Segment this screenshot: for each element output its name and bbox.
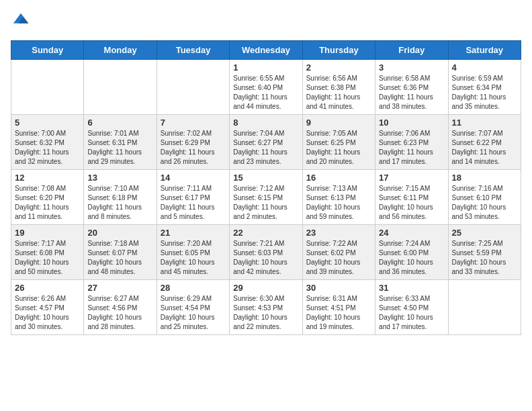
calendar-cell: 13Sunrise: 7:10 AM Sunset: 6:18 PM Dayli… — [84, 170, 157, 225]
calendar-cell — [84, 60, 157, 115]
day-info: Sunrise: 6:59 AM Sunset: 6:34 PM Dayligh… — [452, 74, 517, 111]
day-number: 12 — [15, 173, 80, 183]
calendar-cell: 23Sunrise: 7:22 AM Sunset: 6:02 PM Dayli… — [302, 225, 375, 280]
calendar-cell: 6Sunrise: 7:01 AM Sunset: 6:31 PM Daylig… — [84, 115, 157, 170]
day-info: Sunrise: 7:01 AM Sunset: 6:31 PM Dayligh… — [87, 129, 152, 167]
calendar-week-row: 5Sunrise: 7:00 AM Sunset: 6:32 PM Daylig… — [11, 115, 521, 170]
day-number: 31 — [379, 283, 444, 293]
day-info: Sunrise: 7:17 AM Sunset: 6:08 PM Dayligh… — [15, 239, 80, 277]
day-info: Sunrise: 6:27 AM Sunset: 4:56 PM Dayligh… — [87, 294, 152, 332]
page-header — [11, 11, 521, 32]
day-number: 7 — [161, 118, 226, 128]
day-info: Sunrise: 6:55 AM Sunset: 6:40 PM Dayligh… — [233, 74, 298, 111]
calendar-cell: 29Sunrise: 6:30 AM Sunset: 4:53 PM Dayli… — [230, 280, 302, 335]
day-info: Sunrise: 6:33 AM Sunset: 4:50 PM Dayligh… — [379, 294, 444, 332]
calendar-cell: 24Sunrise: 7:24 AM Sunset: 6:00 PM Dayli… — [375, 225, 448, 280]
calendar-cell: 15Sunrise: 7:12 AM Sunset: 6:15 PM Dayli… — [230, 170, 302, 225]
day-number: 3 — [379, 62, 444, 73]
calendar-week-row: 12Sunrise: 7:08 AM Sunset: 6:20 PM Dayli… — [11, 170, 521, 225]
day-number: 30 — [306, 283, 371, 293]
day-number: 29 — [233, 283, 298, 293]
calendar-cell: 12Sunrise: 7:08 AM Sunset: 6:20 PM Dayli… — [11, 170, 84, 225]
day-number: 9 — [306, 118, 371, 128]
day-number: 28 — [161, 283, 226, 293]
calendar-cell: 2Sunrise: 6:56 AM Sunset: 6:38 PM Daylig… — [302, 60, 375, 115]
calendar-cell: 5Sunrise: 7:00 AM Sunset: 6:32 PM Daylig… — [11, 115, 84, 170]
calendar-table: SundayMondayTuesdayWednesdayThursdayFrid… — [11, 40, 521, 335]
day-number: 22 — [233, 228, 298, 238]
day-info: Sunrise: 7:11 AM Sunset: 6:17 PM Dayligh… — [161, 184, 226, 222]
day-info: Sunrise: 6:30 AM Sunset: 4:53 PM Dayligh… — [233, 294, 298, 332]
logo — [11, 11, 31, 32]
day-info: Sunrise: 7:05 AM Sunset: 6:25 PM Dayligh… — [306, 129, 371, 167]
day-info: Sunrise: 7:12 AM Sunset: 6:15 PM Dayligh… — [233, 184, 298, 222]
calendar-cell — [157, 60, 229, 115]
day-number: 23 — [306, 228, 371, 238]
day-number: 21 — [161, 228, 226, 238]
calendar-cell: 26Sunrise: 6:26 AM Sunset: 4:57 PM Dayli… — [11, 280, 84, 335]
day-info: Sunrise: 7:15 AM Sunset: 6:11 PM Dayligh… — [379, 184, 444, 222]
day-number: 18 — [452, 173, 517, 183]
day-info: Sunrise: 7:07 AM Sunset: 6:22 PM Dayligh… — [452, 129, 517, 167]
weekday-header-sunday: Sunday — [11, 41, 84, 60]
day-info: Sunrise: 7:10 AM Sunset: 6:18 PM Dayligh… — [87, 184, 152, 222]
day-info: Sunrise: 6:29 AM Sunset: 4:54 PM Dayligh… — [161, 294, 226, 332]
calendar-cell: 22Sunrise: 7:21 AM Sunset: 6:03 PM Dayli… — [230, 225, 302, 280]
logo-icon — [12, 11, 31, 30]
day-info: Sunrise: 7:02 AM Sunset: 6:29 PM Dayligh… — [161, 129, 226, 167]
day-info: Sunrise: 7:06 AM Sunset: 6:23 PM Dayligh… — [379, 129, 444, 167]
day-info: Sunrise: 6:31 AM Sunset: 4:51 PM Dayligh… — [306, 294, 371, 332]
day-info: Sunrise: 7:18 AM Sunset: 6:07 PM Dayligh… — [87, 239, 152, 277]
calendar-week-row: 19Sunrise: 7:17 AM Sunset: 6:08 PM Dayli… — [11, 225, 521, 280]
day-number: 20 — [87, 228, 152, 238]
day-number: 19 — [15, 228, 80, 238]
day-info: Sunrise: 6:26 AM Sunset: 4:57 PM Dayligh… — [15, 294, 80, 332]
calendar-cell: 16Sunrise: 7:13 AM Sunset: 6:13 PM Dayli… — [302, 170, 375, 225]
day-info: Sunrise: 6:58 AM Sunset: 6:36 PM Dayligh… — [379, 74, 444, 111]
day-number: 17 — [379, 173, 444, 183]
day-number: 16 — [306, 173, 371, 183]
calendar-cell: 28Sunrise: 6:29 AM Sunset: 4:54 PM Dayli… — [157, 280, 229, 335]
day-info: Sunrise: 7:25 AM Sunset: 5:59 PM Dayligh… — [452, 239, 517, 277]
calendar-cell: 14Sunrise: 7:11 AM Sunset: 6:17 PM Dayli… — [157, 170, 229, 225]
day-number: 24 — [379, 228, 444, 238]
day-info: Sunrise: 7:16 AM Sunset: 6:10 PM Dayligh… — [452, 184, 517, 222]
day-info: Sunrise: 7:20 AM Sunset: 6:05 PM Dayligh… — [161, 239, 226, 277]
day-number: 13 — [87, 173, 152, 183]
calendar-cell — [448, 280, 521, 335]
day-number: 25 — [452, 228, 517, 238]
weekday-header-row: SundayMondayTuesdayWednesdayThursdayFrid… — [11, 41, 521, 60]
day-info: Sunrise: 6:56 AM Sunset: 6:38 PM Dayligh… — [306, 74, 371, 111]
day-number: 1 — [233, 62, 298, 73]
calendar-cell: 9Sunrise: 7:05 AM Sunset: 6:25 PM Daylig… — [302, 115, 375, 170]
calendar-cell: 10Sunrise: 7:06 AM Sunset: 6:23 PM Dayli… — [375, 115, 448, 170]
day-number: 11 — [452, 118, 517, 128]
day-info: Sunrise: 7:24 AM Sunset: 6:00 PM Dayligh… — [379, 239, 444, 277]
calendar-week-row: 1Sunrise: 6:55 AM Sunset: 6:40 PM Daylig… — [11, 60, 521, 115]
weekday-header-monday: Monday — [84, 41, 157, 60]
day-info: Sunrise: 7:08 AM Sunset: 6:20 PM Dayligh… — [15, 184, 80, 222]
calendar-cell: 25Sunrise: 7:25 AM Sunset: 5:59 PM Dayli… — [448, 225, 521, 280]
calendar-cell: 30Sunrise: 6:31 AM Sunset: 4:51 PM Dayli… — [302, 280, 375, 335]
day-number: 26 — [15, 283, 80, 293]
weekday-header-tuesday: Tuesday — [157, 41, 229, 60]
calendar-cell — [11, 60, 84, 115]
calendar-cell: 11Sunrise: 7:07 AM Sunset: 6:22 PM Dayli… — [448, 115, 521, 170]
weekday-header-saturday: Saturday — [448, 41, 521, 60]
day-info: Sunrise: 7:22 AM Sunset: 6:02 PM Dayligh… — [306, 239, 371, 277]
calendar-cell: 31Sunrise: 6:33 AM Sunset: 4:50 PM Dayli… — [375, 280, 448, 335]
day-number: 2 — [306, 62, 371, 73]
calendar-cell: 3Sunrise: 6:58 AM Sunset: 6:36 PM Daylig… — [375, 60, 448, 115]
calendar-cell: 20Sunrise: 7:18 AM Sunset: 6:07 PM Dayli… — [84, 225, 157, 280]
weekday-header-wednesday: Wednesday — [230, 41, 302, 60]
day-info: Sunrise: 7:21 AM Sunset: 6:03 PM Dayligh… — [233, 239, 298, 277]
day-info: Sunrise: 7:04 AM Sunset: 6:27 PM Dayligh… — [233, 129, 298, 167]
day-info: Sunrise: 7:00 AM Sunset: 6:32 PM Dayligh… — [15, 129, 80, 167]
day-number: 27 — [87, 283, 152, 293]
calendar-cell: 1Sunrise: 6:55 AM Sunset: 6:40 PM Daylig… — [230, 60, 302, 115]
day-number: 10 — [379, 118, 444, 128]
weekday-header-friday: Friday — [375, 41, 448, 60]
day-number: 8 — [233, 118, 298, 128]
calendar-cell: 27Sunrise: 6:27 AM Sunset: 4:56 PM Dayli… — [84, 280, 157, 335]
day-number: 15 — [233, 173, 298, 183]
